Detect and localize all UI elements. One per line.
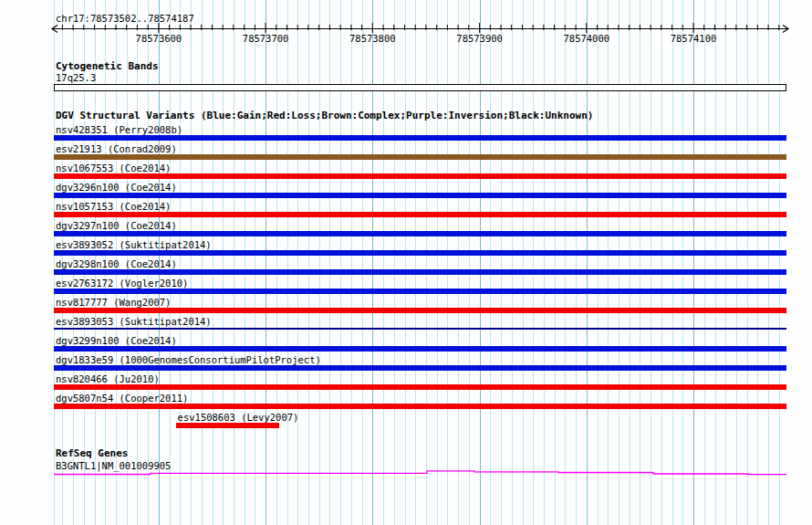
- gridline-minor: [191, 0, 192, 525]
- dgv-track-header: DGV Structural Variants (Blue:Gain;Red:L…: [56, 110, 593, 121]
- variant-label: esv1508603 (Levy2007): [178, 412, 299, 423]
- gridline-minor: [768, 0, 769, 525]
- gridline-minor: [329, 0, 330, 525]
- gridline-minor: [704, 0, 705, 525]
- cytogenetic-bands-header: Cytogenetic Bands: [56, 61, 159, 72]
- gridline-minor: [490, 0, 491, 525]
- gridline-major: [265, 0, 266, 525]
- gridline-minor: [598, 0, 599, 525]
- variant-label: nsv1057153 (Coe2014): [56, 201, 171, 212]
- gridline-minor: [682, 0, 683, 525]
- gridline-minor: [213, 0, 213, 525]
- variant-label: nsv820466 (Ju2010): [56, 373, 160, 384]
- ruler-tick-label: 78573600: [136, 33, 182, 44]
- gridline-minor: [426, 0, 427, 525]
- gridline-minor: [297, 0, 298, 525]
- gridline-minor: [319, 0, 320, 525]
- variant-label: dgv5807n54 (Cooper2011): [56, 393, 188, 404]
- gridline-minor: [469, 0, 470, 525]
- gridline-minor: [512, 0, 513, 525]
- gridline-minor: [630, 0, 630, 525]
- gridline-major: [587, 0, 588, 525]
- gridline-minor: [757, 0, 758, 525]
- refseq-genes-header: RefSeq Genes: [56, 448, 128, 459]
- gridline-minor: [608, 0, 609, 525]
- gridline-minor: [715, 0, 716, 525]
- gridline-minor: [640, 0, 640, 525]
- gridline-minor: [736, 0, 737, 525]
- gridline-minor: [501, 0, 502, 525]
- variant-label: esv3893052 (Suktitipat2014): [56, 239, 212, 250]
- variant-bar[interactable]: [54, 269, 786, 275]
- gridline-minor: [576, 0, 577, 525]
- gridline-minor: [458, 0, 459, 525]
- variant-bar[interactable]: [176, 423, 280, 428]
- gridline-minor: [555, 0, 556, 525]
- variant-bar[interactable]: [54, 346, 786, 352]
- variant-bar[interactable]: [54, 173, 786, 179]
- gridline-minor: [223, 0, 224, 525]
- gridline-minor: [234, 0, 234, 525]
- variant-label: nsv817777 (Wang2007): [56, 297, 171, 308]
- variant-label: dgv3299n100 (Coe2014): [56, 335, 177, 346]
- ruler-tick-label: 78573800: [349, 33, 396, 44]
- variant-bar[interactable]: [54, 289, 786, 294]
- variant-bar[interactable]: [54, 135, 786, 141]
- variant-bar[interactable]: [54, 250, 786, 256]
- gridline-minor: [651, 0, 651, 525]
- gridline-minor: [544, 0, 545, 525]
- gridline-minor: [437, 0, 438, 525]
- gridline-minor: [405, 0, 406, 525]
- cytoband-rect[interactable]: [54, 84, 786, 91]
- gridline-minor: [287, 0, 288, 525]
- gridline-minor: [180, 0, 181, 525]
- gridline-minor: [523, 0, 524, 525]
- gridline-minor: [255, 0, 255, 525]
- variant-label: esv3893053 (Suktitipat2014): [56, 316, 212, 327]
- gridline-minor: [276, 0, 277, 525]
- gridline-minor: [447, 0, 448, 525]
- gene-label: B3GNTL1|NM_001009905: [56, 460, 171, 471]
- gridline-major: [693, 0, 694, 525]
- variant-label: dgv1833e59 (1000GenomesConsortiumPilotPr…: [56, 354, 321, 365]
- genome-browser-view: chr17:78573502..78574187 785736007857370…: [0, 0, 812, 525]
- gridline-minor: [340, 0, 341, 525]
- variant-label: esv21913 (Conrad2009): [56, 143, 177, 154]
- variant-label: dgv3296n100 (Coe2014): [56, 182, 177, 193]
- gridline-minor: [351, 0, 352, 525]
- variant-bar[interactable]: [54, 193, 786, 198]
- gridline-minor: [202, 0, 203, 525]
- variant-bar[interactable]: [54, 212, 786, 217]
- cytoband-label: 17q25.3: [56, 72, 96, 83]
- variant-bar[interactable]: [54, 328, 786, 330]
- variant-label: esv2763172 (Vogler2010): [56, 278, 188, 289]
- variant-bar[interactable]: [54, 154, 786, 160]
- gridline-plot-left-edge: [54, 0, 55, 525]
- gridline-minor: [747, 0, 748, 525]
- variant-bar[interactable]: [54, 308, 786, 313]
- ruler-tick-label: 78573700: [243, 33, 289, 44]
- variant-label: dgv3297n100 (Coe2014): [56, 220, 177, 231]
- variant-bar[interactable]: [54, 384, 786, 390]
- gridline-major: [480, 0, 481, 525]
- gridline-minor: [383, 0, 384, 525]
- gridline-minor: [661, 0, 662, 525]
- gridline-minor: [245, 0, 245, 525]
- variant-label: nsv1067553 (Coe2014): [56, 163, 171, 173]
- variant-bar[interactable]: [54, 365, 786, 371]
- gridline-minor: [362, 0, 363, 525]
- ruler-tick-label: 78573900: [456, 33, 503, 44]
- variant-bar[interactable]: [54, 404, 786, 409]
- gridline-minor: [779, 0, 780, 525]
- ruler-tick-label: 78574000: [564, 33, 610, 44]
- gridline-minor: [672, 0, 673, 525]
- variant-label: dgv3298n100 (Coe2014): [56, 258, 177, 269]
- gridline-minor: [533, 0, 534, 525]
- gridline-minor: [619, 0, 619, 525]
- ruler-tick-label: 78574100: [671, 33, 717, 44]
- gridline-minor: [565, 0, 566, 525]
- gridline-major: [372, 0, 373, 525]
- variant-bar[interactable]: [54, 231, 786, 236]
- gridline-minor: [415, 0, 416, 525]
- gridline-minor: [394, 0, 395, 525]
